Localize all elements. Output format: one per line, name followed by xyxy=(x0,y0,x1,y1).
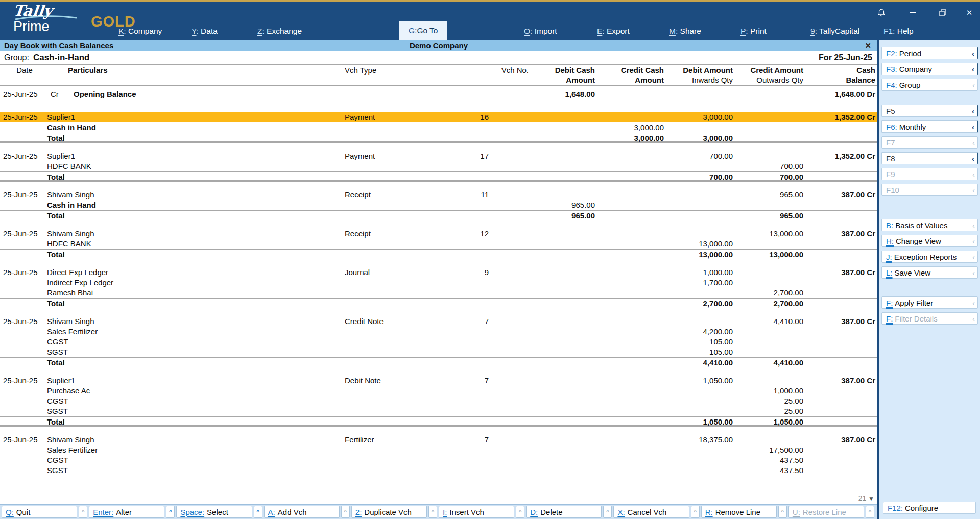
sidebar-item-basis-of-values[interactable]: B:Basis of Values‹ xyxy=(881,219,978,231)
bottombar-label: Delete xyxy=(540,508,562,516)
ledger-row[interactable]: Cash in Hand3,000.00 xyxy=(0,122,877,133)
menu-item-print[interactable]: P: Print xyxy=(740,27,767,36)
voucher-row[interactable]: 25-Jun-25Shivam SinghReceipt11965.00387.… xyxy=(0,190,877,200)
expand-caret-icon[interactable]: ^ xyxy=(866,506,874,518)
sidebar-item-save-view[interactable]: L:Save View‹ xyxy=(881,266,978,279)
bottombar-key: Q: xyxy=(6,508,14,516)
voucher-row[interactable]: 25-Jun-25Shivam SinghCredit Note74,410.0… xyxy=(0,316,877,327)
menu-item-import[interactable]: O: Import xyxy=(524,27,557,36)
cell-debit-cash-amount xyxy=(529,161,595,171)
voucher-row[interactable]: 25-Jun-25Suplier1Debit Note71,050.00387.… xyxy=(0,376,877,386)
cell-vch-no: 11 xyxy=(447,190,529,200)
bottombar-delete[interactable]: D:Delete xyxy=(526,506,602,518)
cell-vch-no xyxy=(447,200,529,210)
chevron-left-icon: ‹ xyxy=(972,186,975,194)
bottombar-restore-line: U:Restore Line xyxy=(788,506,864,518)
bottombar-label: Restore Line xyxy=(803,508,846,516)
menu-item-company[interactable]: K: Company xyxy=(118,27,162,36)
expand-caret-icon[interactable]: ^ xyxy=(79,506,87,518)
menu-item-exchange[interactable]: Z: Exchange xyxy=(257,27,302,36)
total-row[interactable]: Total13,000.0013,000.00 xyxy=(0,249,877,259)
menu-item-help[interactable]: F1: Help xyxy=(883,27,914,36)
voucher-row[interactable]: 25-Jun-25Direct Exp LedgerJournal91,000.… xyxy=(0,267,877,278)
ledger-row[interactable]: Purchase Ac1,000.00 xyxy=(0,386,877,396)
total-row[interactable]: Total700.00700.00 xyxy=(0,171,877,182)
bottombar-remove-line[interactable]: R:Remove Line xyxy=(701,506,777,518)
ledger-row[interactable]: HDFC BANK13,000.00 xyxy=(0,239,877,249)
expand-caret-icon[interactable]: ^ xyxy=(603,506,612,518)
bottombar-alter[interactable]: Enter:Alter xyxy=(89,506,164,518)
expand-caret-icon[interactable]: ^ xyxy=(166,506,175,518)
total-row[interactable]: Total965.00965.00 xyxy=(0,210,877,220)
cell-vch-type: Fertilizer xyxy=(345,435,447,445)
row-count-indicator[interactable]: 21 ▼ xyxy=(858,494,874,502)
sidebar-item-configure[interactable]: F12:Configure xyxy=(883,502,976,514)
expand-caret-icon[interactable]: ^ xyxy=(341,506,350,518)
sidebar-label: Company xyxy=(899,65,932,73)
voucher-row[interactable]: 25-Jun-25CrOpening Balance1,648.001,648.… xyxy=(0,89,877,100)
ledger-row[interactable]: Cash in Hand965.00 xyxy=(0,200,877,210)
expand-caret-icon[interactable]: ^ xyxy=(516,506,524,518)
sidebar-item-apply-filter[interactable]: F:Apply Filter‹ xyxy=(881,296,978,309)
expand-caret-icon[interactable]: ^ xyxy=(428,506,437,518)
bottombar-cancel-vch[interactable]: X:Cancel Vch xyxy=(613,506,689,518)
ledger-row[interactable]: HDFC BANK700.00 xyxy=(0,161,877,171)
bottombar-quit[interactable]: Q:Quit xyxy=(2,506,77,518)
ledger-row[interactable]: Sales Fertilizer4,200.00 xyxy=(0,327,877,337)
sidebar-item-monthly[interactable]: F6:Monthly‹ xyxy=(881,120,978,133)
ledger-row[interactable]: CGST105.00 xyxy=(0,337,877,347)
cell-debit-amount xyxy=(664,396,733,406)
ledger-row[interactable]: SGST25.00 xyxy=(0,406,877,416)
sidebar-item-f8[interactable]: F8‹ xyxy=(881,152,978,164)
close-icon[interactable]: ✕ xyxy=(963,6,976,19)
ledger-row[interactable]: CGST437.50 xyxy=(0,455,877,465)
cell-vch-type: Payment xyxy=(345,112,447,122)
voucher-row[interactable]: 25-Jun-25Suplier1Payment17700.001,352.00… xyxy=(0,151,877,161)
expand-caret-icon[interactable]: ^ xyxy=(691,506,700,518)
voucher-row[interactable]: 25-Jun-25Shivam SinghFertilizer718,375.0… xyxy=(0,435,877,445)
cell-vch-no: 7 xyxy=(447,435,529,445)
ledger-row[interactable]: SGST105.00 xyxy=(0,347,877,357)
ledger-row[interactable]: CGST25.00 xyxy=(0,396,877,406)
minimize-icon[interactable] xyxy=(906,6,920,19)
total-row[interactable]: Total2,700.002,700.00 xyxy=(0,298,877,308)
report-close-icon[interactable]: ✕ xyxy=(865,41,871,51)
sidebar-item-period[interactable]: F2:Period‹ xyxy=(881,47,978,59)
expand-caret-icon[interactable]: ^ xyxy=(254,506,262,518)
bottombar-insert-vch[interactable]: I:Insert Vch xyxy=(439,506,514,518)
menu-item-export[interactable]: E: Export xyxy=(597,27,630,36)
sidebar-item-exception-reports[interactable]: J:Exception Reports‹ xyxy=(881,251,978,263)
cell-particulars: Cash in Hand xyxy=(46,200,345,210)
ledger-row[interactable]: SGST437.50 xyxy=(0,465,877,476)
restore-icon[interactable] xyxy=(936,6,949,19)
menu-item-share[interactable]: M: Share xyxy=(669,27,701,36)
menu-item-data[interactable]: Y: Data xyxy=(192,27,218,36)
ledger-row[interactable]: Indirect Exp Ledger1,700.00 xyxy=(0,278,877,288)
ledger-row[interactable]: Ramesh Bhai2,700.00 xyxy=(0,288,877,298)
cell-date xyxy=(0,455,46,465)
cell-vch-type: Receipt xyxy=(345,229,447,239)
sidebar-item-company[interactable]: F3:Company‹ xyxy=(881,63,978,75)
voucher-row[interactable]: 25-Jun-25Suplier1Payment163,000.001,352.… xyxy=(0,112,877,122)
total-row[interactable]: Total1,050.001,050.00 xyxy=(0,416,877,427)
total-row[interactable]: Total3,000.003,000.00 xyxy=(0,133,877,143)
group-name[interactable]: Cash-in-Hand xyxy=(33,53,90,63)
cell-credit-cash-amount xyxy=(595,396,664,406)
bottombar-add-vch[interactable]: A:Add Vch xyxy=(264,506,340,518)
bottombar-select[interactable]: Space:Select xyxy=(176,506,252,518)
ledger-row[interactable]: Sales Fertilizer17,500.00 xyxy=(0,445,877,455)
bottombar-duplicate-vch[interactable]: 2:Duplicate Vch xyxy=(351,506,427,518)
sidebar-item-change-view[interactable]: H:Change View‹ xyxy=(881,235,978,247)
total-row[interactable]: Total4,410.004,410.00 xyxy=(0,357,877,367)
voucher-row[interactable]: 25-Jun-25Shivam SinghReceipt1213,000.003… xyxy=(0,229,877,239)
expand-caret-icon[interactable]: ^ xyxy=(778,506,787,518)
bell-icon[interactable] xyxy=(875,6,888,19)
sidebar-label: Save View xyxy=(895,268,931,277)
sidebar-item-f5[interactable]: F5‹ xyxy=(881,105,978,117)
menu-item-tallycapital[interactable]: 9: TallyCapital xyxy=(810,27,859,36)
sidebar-item-group[interactable]: F4:Group‹ xyxy=(881,79,978,91)
sidebar-key: F10 xyxy=(886,186,899,194)
menu-item-go-to[interactable]: G: Go To xyxy=(399,21,447,40)
particulars-text: SGST xyxy=(47,466,68,475)
cell-vch-type xyxy=(345,327,447,337)
